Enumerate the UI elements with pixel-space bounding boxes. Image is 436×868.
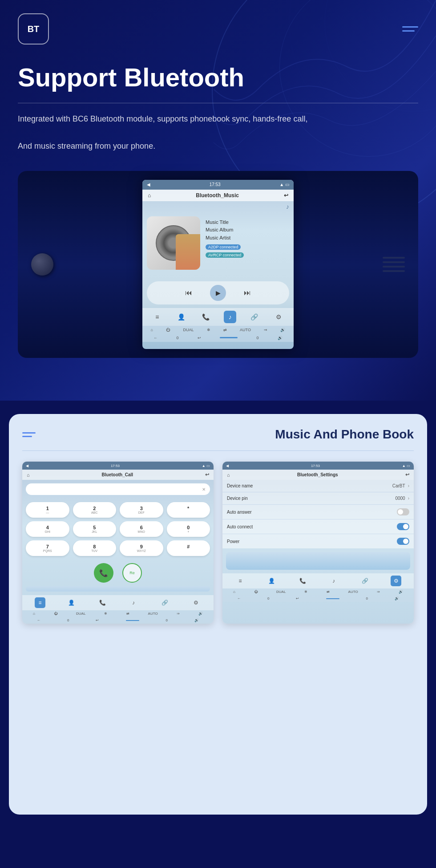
prev-icon[interactable]: ⏮ — [185, 289, 192, 297]
call-nav-link[interactable]: 🔗 — [159, 597, 170, 608]
settings-nav-phone[interactable]: 📞 — [297, 576, 308, 586]
call-back-icon[interactable]: ↩ — [205, 472, 209, 478]
call-nav-person[interactable]: 👤 — [66, 597, 77, 608]
settings-nav-person[interactable]: 👤 — [266, 576, 277, 586]
vent-line-4 — [383, 270, 405, 272]
sys-power[interactable]: ⏻ — [166, 328, 170, 332]
sys-vol2[interactable]: 🔊 — [278, 336, 283, 340]
sys-dual: DUAL — [183, 328, 194, 332]
nav-phone-icon[interactable]: 📞 — [200, 311, 212, 323]
key-0[interactable]: 0+ — [167, 521, 210, 537]
auto-answer-toggle[interactable] — [397, 508, 409, 515]
key-4[interactable]: 4GHI — [26, 521, 69, 537]
key-star[interactable]: * — [167, 502, 210, 518]
key-2[interactable]: 2ABC — [73, 502, 117, 518]
hero-title: Support Bluetooth — [18, 62, 418, 92]
call-nav-menu[interactable]: ≡ — [35, 597, 45, 608]
settings-nav-menu[interactable]: ≡ — [235, 576, 246, 586]
call-home-icon[interactable]: ⌂ — [27, 472, 30, 478]
main-statusbar: ◀ 17:53 ▲ ▭ — [142, 180, 294, 190]
key-8[interactable]: 8TUV — [73, 540, 117, 556]
hero-desc-line1: Integrated with BC6 Bluetooth module, su… — [18, 114, 307, 123]
sys-arrows[interactable]: ⇄ — [223, 328, 227, 332]
hero-description: Integrated with BC6 Bluetooth module, su… — [18, 112, 418, 153]
sys-snowflake[interactable]: ❄ — [207, 328, 210, 332]
sys-temp-icon[interactable]: ↩ — [198, 336, 201, 340]
nav-home-icon[interactable]: ⌂ — [148, 192, 151, 199]
nav-menu-icon[interactable]: ≡ — [151, 311, 163, 323]
bt-logo: BT — [18, 13, 49, 45]
next-icon[interactable]: ⏭ — [244, 289, 251, 297]
section-title: Music And Phone Book — [275, 427, 414, 442]
call-sys-fan[interactable]: ⇒ — [177, 612, 180, 616]
answer-call-button[interactable]: 📞 — [94, 563, 113, 583]
key-6[interactable]: 6MNO — [120, 521, 163, 537]
avrcp-badge: AVRCP connected — [206, 252, 244, 258]
settings-sys-vol[interactable]: 🔊 — [399, 590, 403, 594]
key-7[interactable]: 7PQRS — [26, 540, 69, 556]
call-back-arrow[interactable]: ◀ — [26, 464, 28, 468]
hamburger-sm-line-1 — [22, 432, 36, 434]
sys-vol[interactable]: 🔊 — [280, 328, 285, 332]
call-sys-power[interactable]: ⏻ — [54, 612, 57, 616]
key-9[interactable]: 9WXYZ — [120, 540, 163, 556]
hero-topbar: BT — [18, 13, 418, 45]
settings-sys-back[interactable]: ← — [237, 596, 241, 600]
sys-slider — [220, 337, 238, 338]
call-sys-home[interactable]: ⌂ — [33, 612, 35, 616]
sys-home[interactable]: ⌂ — [151, 328, 153, 332]
key-1[interactable]: 1— — [26, 502, 69, 518]
dialpad-clear[interactable]: ✕ — [202, 487, 206, 492]
call-sys-back[interactable]: ← — [37, 618, 40, 622]
auto-connect-toggle[interactable] — [397, 523, 409, 530]
hero-desc-line2: And music streaming from your phone. — [18, 142, 155, 150]
settings-sys-power[interactable]: ⏻ — [254, 590, 258, 594]
screen-title-label: Bluetooth_Music — [196, 192, 239, 199]
main-screen-nav: ⌂ Bluetooth_Music ↩ — [142, 190, 294, 201]
settings-nav-link[interactable]: 🔗 — [359, 576, 370, 586]
dialpad-search[interactable]: ✕ — [26, 483, 210, 495]
call-sys-vol[interactable]: 🔊 — [198, 612, 203, 616]
nav-link-icon[interactable]: 🔗 — [248, 311, 261, 323]
hamburger-sm[interactable] — [22, 432, 36, 437]
settings-sys-fan[interactable]: ⇒ — [377, 590, 380, 594]
call-nav-music[interactable]: ♪ — [128, 597, 139, 608]
call-nav-phone[interactable]: 📞 — [97, 597, 108, 608]
nav-person-icon[interactable]: 👤 — [175, 311, 188, 323]
redial-button[interactable]: Re — [122, 563, 142, 583]
device-pin-arrow[interactable]: › — [408, 496, 409, 501]
nav-music-icon[interactable]: ♪ — [224, 311, 236, 323]
settings-screen-title: Bluetooth_Settings — [297, 472, 338, 477]
settings-sys-dual: DUAL — [276, 590, 286, 594]
settings-sys-home[interactable]: ⌂ — [233, 590, 235, 594]
system-bar: ⌂ ⏻ DUAL ❄ ⇄ AUTO ⇒ 🔊 — [142, 326, 294, 334]
car-background: ◀ 17:53 ▲ ▭ ⌂ Bluetooth_Music ↩ ♪ — [18, 171, 418, 358]
key-hash[interactable]: # — [167, 540, 210, 556]
settings-back-icon[interactable]: ↩ — [405, 472, 409, 478]
sys-fan[interactable]: ⇒ — [264, 328, 267, 332]
key-3[interactable]: 3DEF — [120, 502, 163, 518]
nav-settings-icon[interactable]: ⚙ — [273, 311, 285, 323]
statusbar-time: 17:53 — [210, 182, 221, 187]
power-toggle[interactable] — [397, 538, 409, 545]
settings-nav-settings[interactable]: ⚙ — [391, 576, 401, 586]
statusbar-back[interactable]: ◀ — [147, 182, 150, 187]
settings-nav-music[interactable]: ♪ — [328, 576, 339, 586]
device-name-arrow[interactable]: › — [408, 483, 409, 488]
call-sys-arrows[interactable]: ⇄ — [126, 612, 129, 616]
hamburger-menu[interactable] — [402, 26, 418, 32]
key-5[interactable]: 5JKL — [73, 521, 117, 537]
settings-back-arrow[interactable]: ◀ — [226, 464, 229, 468]
statusbar-icons: ▲ ▭ — [279, 182, 289, 187]
car-vents — [383, 257, 405, 272]
settings-sys-cold[interactable]: ❄ — [304, 590, 307, 594]
sys-back[interactable]: ← — [153, 336, 157, 340]
nav-back-icon[interactable]: ↩ — [284, 192, 288, 199]
play-button[interactable]: ▶ — [210, 285, 226, 301]
call-nav-settings[interactable]: ⚙ — [190, 597, 201, 608]
call-sys-cold[interactable]: ❄ — [104, 612, 107, 616]
settings-sys-arrows[interactable]: ⇄ — [327, 590, 330, 594]
vent-line-1 — [383, 257, 405, 259]
settings-home-icon[interactable]: ⌂ — [227, 472, 230, 478]
settings-slider — [326, 598, 339, 599]
